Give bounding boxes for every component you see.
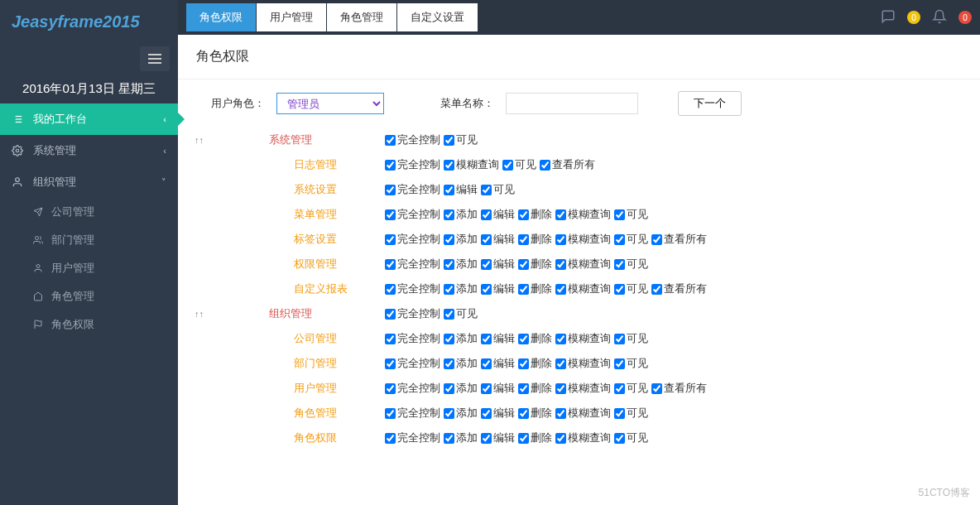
perm-check[interactable]: 删除 bbox=[518, 430, 552, 446]
perm-checkbox[interactable] bbox=[385, 259, 396, 270]
perm-checkbox[interactable] bbox=[444, 160, 454, 171]
perm-checkbox[interactable] bbox=[614, 284, 625, 295]
perm-checkbox[interactable] bbox=[614, 209, 625, 220]
perm-checkbox[interactable] bbox=[555, 259, 566, 270]
perm-checkbox[interactable] bbox=[444, 284, 454, 295]
perm-checkbox[interactable] bbox=[481, 433, 492, 444]
perm-check[interactable]: 删除 bbox=[518, 380, 552, 397]
perm-check[interactable]: 删除 bbox=[518, 281, 552, 297]
perm-check[interactable]: 查看所有 bbox=[540, 156, 595, 173]
perm-checkbox[interactable] bbox=[614, 433, 625, 444]
perm-checkbox[interactable] bbox=[481, 209, 492, 220]
perm-check[interactable]: 编辑 bbox=[481, 355, 515, 372]
perm-checkbox[interactable] bbox=[444, 309, 454, 320]
perm-checkbox[interactable] bbox=[444, 234, 454, 245]
perm-check[interactable]: 可见 bbox=[614, 330, 648, 347]
perm-checkbox[interactable] bbox=[518, 259, 529, 270]
perm-check[interactable]: 删除 bbox=[518, 256, 552, 272]
perm-checkbox[interactable] bbox=[481, 284, 492, 295]
perm-checkbox[interactable] bbox=[502, 160, 513, 171]
perm-check[interactable]: 编辑 bbox=[481, 281, 515, 297]
perm-checkbox[interactable] bbox=[518, 408, 529, 419]
perm-checkbox[interactable] bbox=[385, 383, 396, 394]
perm-check[interactable]: 模糊查询 bbox=[555, 380, 611, 397]
perm-check[interactable]: 添加 bbox=[444, 206, 478, 223]
perm-checkbox[interactable] bbox=[540, 160, 550, 171]
perm-checkbox[interactable] bbox=[385, 408, 396, 419]
perm-checkbox[interactable] bbox=[444, 358, 454, 369]
perm-check[interactable]: 添加 bbox=[444, 405, 478, 421]
perm-check[interactable]: 可见 bbox=[614, 231, 648, 248]
perm-check[interactable]: 可见 bbox=[614, 430, 648, 446]
tab-1[interactable]: 用户管理 bbox=[257, 3, 326, 31]
perm-check[interactable]: 删除 bbox=[518, 206, 552, 223]
perm-checkbox[interactable] bbox=[444, 408, 454, 419]
perm-check[interactable]: 添加 bbox=[444, 355, 478, 372]
perm-checkbox[interactable] bbox=[481, 185, 492, 195]
perm-check[interactable]: 完全控制 bbox=[385, 256, 440, 272]
perm-check[interactable]: 可见 bbox=[444, 132, 478, 148]
role-select[interactable]: 管理员 bbox=[276, 93, 384, 114]
perm-check[interactable]: 模糊查询 bbox=[555, 281, 611, 297]
perm-checkbox[interactable] bbox=[481, 334, 492, 344]
perm-check[interactable]: 模糊查询 bbox=[555, 430, 611, 446]
message-icon[interactable] bbox=[881, 9, 896, 26]
perm-check[interactable]: 完全控制 bbox=[385, 156, 440, 173]
perm-check[interactable]: 模糊查询 bbox=[444, 156, 499, 173]
perm-checkbox[interactable] bbox=[444, 334, 454, 344]
sidebar-subitem-2-1[interactable]: 部门管理 bbox=[0, 226, 178, 254]
perm-check[interactable]: 可见 bbox=[481, 181, 515, 198]
bell-icon[interactable] bbox=[932, 9, 947, 26]
perm-check[interactable]: 编辑 bbox=[481, 206, 515, 223]
sidebar-toggle[interactable] bbox=[140, 46, 170, 71]
perm-check[interactable]: 可见 bbox=[614, 380, 648, 397]
perm-checkbox[interactable] bbox=[385, 334, 396, 344]
perm-checkbox[interactable] bbox=[444, 433, 454, 444]
perm-checkbox[interactable] bbox=[614, 358, 625, 369]
perm-check[interactable]: 编辑 bbox=[444, 181, 478, 198]
perm-checkbox[interactable] bbox=[614, 383, 625, 394]
perm-checkbox[interactable] bbox=[481, 259, 492, 270]
perm-checkbox[interactable] bbox=[651, 284, 662, 295]
perm-check[interactable]: 删除 bbox=[518, 330, 552, 347]
perm-check[interactable]: 模糊查询 bbox=[555, 206, 611, 223]
perm-checkbox[interactable] bbox=[385, 234, 396, 245]
perm-checkbox[interactable] bbox=[444, 185, 454, 195]
perm-check[interactable]: 删除 bbox=[518, 405, 552, 421]
perm-checkbox[interactable] bbox=[518, 383, 529, 394]
perm-check[interactable]: 添加 bbox=[444, 430, 478, 446]
perm-checkbox[interactable] bbox=[444, 383, 454, 394]
perm-check[interactable]: 完全控制 bbox=[385, 380, 440, 397]
perm-checkbox[interactable] bbox=[614, 234, 625, 245]
perm-checkbox[interactable] bbox=[385, 160, 396, 171]
perm-check[interactable]: 模糊查询 bbox=[555, 330, 611, 347]
perm-checkbox[interactable] bbox=[385, 185, 396, 195]
perm-checkbox[interactable] bbox=[518, 209, 529, 220]
tab-3[interactable]: 自定义设置 bbox=[397, 3, 478, 31]
collapse-toggle[interactable]: ↑↑ bbox=[195, 132, 219, 148]
perm-checkbox[interactable] bbox=[385, 309, 396, 320]
perm-checkbox[interactable] bbox=[518, 234, 529, 245]
perm-checkbox[interactable] bbox=[555, 408, 566, 419]
perm-check[interactable]: 查看所有 bbox=[651, 231, 707, 248]
perm-check[interactable]: 模糊查询 bbox=[555, 231, 611, 248]
perm-checkbox[interactable] bbox=[385, 358, 396, 369]
perm-checkbox[interactable] bbox=[518, 334, 529, 344]
perm-check[interactable]: 添加 bbox=[444, 231, 478, 248]
perm-checkbox[interactable] bbox=[481, 234, 492, 245]
perm-check[interactable]: 完全控制 bbox=[385, 132, 440, 148]
perm-checkbox[interactable] bbox=[481, 408, 492, 419]
tab-2[interactable]: 角色管理 bbox=[327, 3, 396, 31]
perm-check[interactable]: 可见 bbox=[614, 405, 648, 421]
tab-0[interactable]: 角色权限 bbox=[186, 3, 256, 31]
perm-checkbox[interactable] bbox=[555, 209, 566, 220]
perm-check[interactable]: 可见 bbox=[614, 206, 648, 223]
perm-check[interactable]: 完全控制 bbox=[385, 181, 440, 198]
perm-check[interactable]: 可见 bbox=[614, 256, 648, 272]
perm-check[interactable]: 编辑 bbox=[481, 231, 515, 248]
perm-checkbox[interactable] bbox=[518, 284, 529, 295]
perm-check[interactable]: 编辑 bbox=[481, 256, 515, 272]
perm-checkbox[interactable] bbox=[444, 135, 454, 146]
perm-checkbox[interactable] bbox=[518, 433, 529, 444]
perm-check[interactable]: 删除 bbox=[518, 355, 552, 372]
